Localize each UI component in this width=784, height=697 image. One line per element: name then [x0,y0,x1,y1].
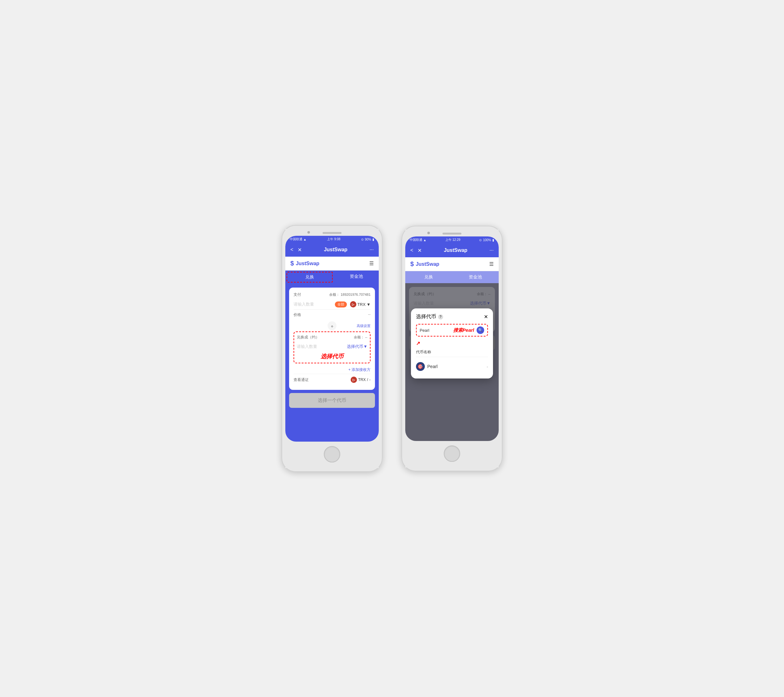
token-name: TRX [358,377,366,382]
wifi-icon: ▲ [303,238,306,241]
menu-icon[interactable]: ☰ [369,260,374,267]
modal-title-row: 选择代币 ? [416,313,443,320]
submit-button-1[interactable]: 选择一个代币 [289,393,375,408]
all-button[interactable]: 全部 [335,302,347,308]
nav-bar-1: < ✕ JustSwap ··· [285,243,379,257]
search-input-value[interactable]: Pearl [420,328,451,333]
trx-icon-bottom: ▷ [351,377,357,383]
separator: / [367,377,368,382]
search-button[interactable]: 🔍 [477,326,484,334]
tab-exchange-1[interactable]: 兑换 [287,272,333,283]
home-button-1[interactable] [324,446,340,463]
choose-currency-btn[interactable]: 选择代币▼ [347,344,367,349]
receive-input[interactable]: 请输入数量 [296,344,317,349]
receive-balance: 余额： -- [354,335,367,339]
dropdown-icon: ▼ [366,302,371,307]
coin-list-header: 代币名称 [416,348,488,357]
main-content-1: 支付 余额： 189201976.707481 请输入数量 全部 [285,284,379,442]
page-container: 中国联通 ▲ 上午 9:08 ⊙ 90% ▮ < ✕ [282,225,502,472]
home-button-2[interactable] [444,445,460,462]
add-receiver-1[interactable]: + 添加接收方 [293,366,371,374]
modal-card: 选择代币 ? ✕ Pearl 搜索Pearl 🔍 [411,308,493,379]
wifi-icon-2: ▲ [423,238,427,242]
swap-arrow-row: ⬦ 高级设置 [293,320,371,331]
tab-pool-2[interactable]: 资金池 [452,271,499,283]
advanced-link[interactable]: 高级设置 [357,323,371,328]
payment-label: 支付 [293,292,301,297]
status-left: 中国联通 ▲ [290,237,306,242]
more-button-2[interactable]: ··· [489,247,494,253]
payment-balance: 余额： 189201976.707481 [329,292,371,297]
battery-text: 90% [365,238,371,241]
payment-input[interactable]: 请输入数量 [293,302,314,307]
arrow-annotation-row: ↗ [416,340,488,346]
arrow-up-icon: ↗ [416,340,420,346]
token-selector-row: 全部 ▷ TRX ▼ [335,301,371,308]
receive-header: 兑换成（约） 余额： -- [296,334,367,340]
back-button-2[interactable]: < [410,247,413,253]
phone-2: 中国联通 ▲ 上午 12:29 ⊙ 100% ▮ < ✕ [402,226,502,471]
search-row: Pearl 搜索Pearl 🔍 [416,324,488,336]
trx-label: TRX [357,302,366,307]
nav-left-icons: < ✕ [290,247,302,253]
status-bar-1: 中国联通 ▲ 上午 9:08 ⊙ 90% ▮ [285,236,379,243]
nav-title-2: JustSwap [444,247,468,253]
nav-left-icons-2: < ✕ [410,247,422,254]
pearl-name: Pearl [427,364,438,369]
app-header-1: $ JustSwap ☰ [285,257,379,270]
app-logo-2: $ JustSwap [410,260,439,268]
close-button-2[interactable]: ✕ [418,247,422,254]
tab-bar-1: 兑换 资金池 [285,270,379,284]
price-row: 价格 -- [293,309,371,320]
more-button[interactable]: ··· [370,247,374,252]
pearl-value: - [487,364,488,369]
payment-input-row: 请输入数量 全部 ▷ TRX ▼ [293,299,371,309]
receive-label: 兑换成（约） [296,334,320,340]
location-icon-2: ⊙ [479,238,482,242]
help-icon: ? [438,315,443,320]
speaker-2 [443,232,461,234]
main-content-2: 兑换成（约） 余额： -- 请输入数量 选择代币▼ + 添加接收方 [405,283,499,441]
coin-info-pearl: 🎯 Pearl [416,362,438,371]
speaker [323,232,341,234]
menu-icon-2[interactable]: ☰ [489,261,494,267]
token-value: - [369,377,371,382]
price-value: -- [368,312,371,318]
logo-icon: $ [290,260,294,267]
tab-bar-2: 兑换 资金池 [405,271,499,283]
app-header-2: $ JustSwap ☰ [405,257,499,271]
coin-row-pearl[interactable]: 🎯 Pearl - [416,359,488,374]
location-icon: ⊙ [361,238,364,241]
carrier-text-2: 中国联通 [410,238,422,242]
search-icon: 🔍 [478,328,483,333]
swap-icon[interactable]: ⬦ [328,321,336,330]
modal-title: 选择代币 [416,313,436,320]
pearl-icon: 🎯 [416,362,425,371]
logo-text: JustSwap [296,261,320,267]
token-info-row-1: 查看通证 ▷ TRX / - [293,374,371,386]
price-label: 价格 [293,312,301,318]
nav-bar-2: < ✕ JustSwap ··· [405,243,499,257]
trx-icon: ▷ [350,301,356,308]
tab-exchange-2[interactable]: 兑换 [405,271,452,283]
status-bar-2: 中国联通 ▲ 上午 12:29 ⊙ 100% ▮ [405,236,499,243]
screen-1: 中国联通 ▲ 上午 9:08 ⊙ 90% ▮ < ✕ [285,236,379,442]
trx-token-selector[interactable]: ▷ TRX ▼ [350,301,371,308]
close-button[interactable]: ✕ [298,247,302,253]
nav-title-1: JustSwap [324,247,348,252]
screen-2: 中国联通 ▲ 上午 12:29 ⊙ 100% ▮ < ✕ [405,236,499,441]
phone-1: 中国联通 ▲ 上午 9:08 ⊙ 90% ▮ < ✕ [282,225,382,472]
receive-input-row: 请输入数量 选择代币▼ [296,342,367,351]
back-button[interactable]: < [290,247,293,252]
status-right-2: ⊙ 100% ▮ [479,238,494,242]
modal-header: 选择代币 ? ✕ [416,313,488,320]
search-annotation: 搜索Pearl [453,327,474,333]
status-left-2: 中国联通 ▲ [410,238,427,242]
time-text: 上午 9:08 [327,237,340,242]
annotation-select-currency: 选择代币 [296,353,367,360]
receive-section-annotated: 兑换成（约） 余额： -- 请输入数量 选择代币▼ [293,331,371,363]
tab-pool-1[interactable]: 资金池 [334,270,379,284]
modal-close-btn[interactable]: ✕ [484,314,488,320]
token-info-value: ▷ TRX / - [351,377,371,383]
battery-icon-2: ▮ [492,238,494,242]
